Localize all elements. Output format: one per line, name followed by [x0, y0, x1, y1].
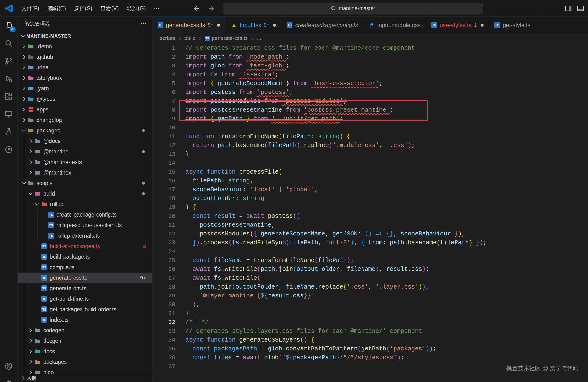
breadcrumb-build[interactable]: build	[184, 35, 195, 41]
tab-create-package-config-ts[interactable]: TScreate-package-config.ts	[281, 17, 363, 33]
code-line-2[interactable]: 2import path from 'node:path';	[152, 53, 588, 61]
line-number[interactable]: 1	[152, 44, 175, 53]
activity-search[interactable]	[0, 34, 18, 52]
code-line-7[interactable]: 7import postcssModules from 'postcss-mod…	[152, 97, 588, 106]
line-number[interactable]: 8	[152, 106, 175, 115]
breadcrumb-more[interactable]: ...	[257, 35, 261, 41]
line-number[interactable]: 6	[152, 88, 175, 97]
tree-item-index-ts[interactable]: TSindex.ts	[18, 315, 152, 325]
code-line-27[interactable]: 27 await fs.writeFile(	[152, 274, 588, 282]
line-number[interactable]: 35	[152, 344, 175, 353]
line-number[interactable]: 7	[152, 97, 175, 106]
code-line-21[interactable]: 21 postcssPresetMantine,	[152, 221, 588, 229]
code-line-32[interactable]: 32/* */	[152, 318, 588, 327]
line-number[interactable]: 10	[152, 123, 175, 132]
line-number[interactable]: 4	[152, 70, 175, 79]
code-line-15[interactable]: 15async function processFile(	[152, 168, 588, 176]
tree-item-mantine[interactable]: @mantine	[18, 146, 152, 157]
tab-input-tsx[interactable]: Input.tsx9+	[226, 17, 282, 33]
tree-item-generate-css-ts[interactable]: TSgenerate-css.ts9+	[18, 273, 152, 283]
line-number[interactable]: 24	[152, 247, 175, 256]
tab-get-style-ts[interactable]: TSget-style.ts	[489, 17, 536, 33]
tab-input-module-css[interactable]: #Input.module.css	[363, 17, 426, 33]
code-line-24[interactable]: 24	[152, 247, 588, 256]
tree-item-mantinex[interactable]: @mantinex	[18, 167, 152, 178]
line-number[interactable]: 37	[152, 362, 175, 371]
tree-item-scripts[interactable]: scripts	[18, 178, 152, 188]
code-line-34[interactable]: 34async function generateCSSLayers() {	[152, 336, 588, 344]
line-number[interactable]: 18	[152, 194, 175, 203]
tree-item-idea[interactable]: .idea	[18, 62, 152, 73]
line-number[interactable]: 20	[152, 212, 175, 221]
code-line-6[interactable]: 6import postcss from 'postcss';	[152, 88, 588, 97]
line-number[interactable]: 12	[152, 141, 175, 150]
code-line-30[interactable]: 30 );	[152, 300, 588, 309]
code-line-1[interactable]: 1// Generates separate css files for eac…	[152, 44, 588, 53]
menu-item-e[interactable]: 编辑(E)	[43, 3, 70, 14]
code-line-5[interactable]: 5import { generateScopedName } from 'has…	[152, 79, 588, 88]
line-number[interactable]: 2	[152, 53, 175, 61]
code-line-35[interactable]: 35 const packagesPath = glob.convertPath…	[152, 344, 588, 353]
code-line-17[interactable]: 17 scopeBehaviour: 'local' | 'global',	[152, 185, 588, 194]
line-number[interactable]: 28	[152, 282, 175, 291]
tree-item-get-build-time-ts[interactable]: TSget-build-time.ts	[18, 294, 152, 304]
line-number[interactable]: 15	[152, 168, 175, 176]
line-number[interactable]: 34	[152, 336, 175, 344]
forward-arrow-icon[interactable]	[208, 4, 215, 12]
tree-item-storybook[interactable]: .storybook	[18, 73, 152, 83]
code-line-25[interactable]: 25 const fileName = transformFileName(fi…	[152, 256, 588, 265]
code-line-20[interactable]: 20 const result = await postcss([	[152, 212, 588, 221]
line-number[interactable]: 23	[152, 238, 175, 247]
code-line-22[interactable]: 22 postcssModules({ generateScopedName, …	[152, 229, 588, 238]
menu-item-5[interactable]: ⋯	[150, 3, 164, 14]
dirty-indicator[interactable]	[217, 24, 220, 26]
activity-extensions[interactable]	[0, 87, 18, 105]
activity-testing[interactable]	[0, 123, 18, 141]
tab-generate-css-ts[interactable]: TSgenerate-css.ts9+	[152, 17, 226, 33]
activity-live-share[interactable]	[0, 141, 18, 158]
code-line-19[interactable]: 19) {	[152, 203, 588, 212]
tree-item-codegen[interactable]: codegen	[18, 325, 152, 336]
code-line-16[interactable]: 16 filePath: string,	[152, 176, 588, 185]
line-number[interactable]: 31	[152, 309, 175, 318]
code-line-8[interactable]: 8import postcssPresetMantine from 'postc…	[152, 106, 588, 115]
code-line-13[interactable]: 13}	[152, 150, 588, 159]
code-line-33[interactable]: 33// Generates styles.layers.css files f…	[152, 327, 588, 336]
activity-run-debug[interactable]	[0, 70, 18, 87]
dirty-indicator[interactable]	[481, 24, 483, 26]
tree-item-types[interactable]: @types	[18, 94, 152, 104]
tree-item-rollup-externals-ts[interactable]: TSrollup-externals.ts	[18, 230, 152, 241]
line-number[interactable]: 21	[152, 221, 175, 229]
code-line-26[interactable]: 26 await fs.writeFile(path.join(outputFo…	[152, 265, 588, 274]
outline-section[interactable]: 大纲	[18, 374, 152, 382]
tree-item-build[interactable]: build	[18, 188, 152, 199]
tree-item-docs[interactable]: docs	[18, 346, 152, 357]
tree-item-demo[interactable]: .demo	[18, 41, 152, 52]
line-number[interactable]: 25	[152, 256, 175, 265]
line-number[interactable]: 19	[152, 203, 175, 212]
code-editor[interactable]: 1// Generates separate css files for eac…	[152, 43, 588, 382]
line-number[interactable]: 29	[152, 291, 175, 300]
back-arrow-icon[interactable]	[193, 4, 200, 12]
line-number[interactable]: 9	[152, 115, 175, 123]
tree-item-mantine-tests[interactable]: @mantine-tests	[18, 157, 152, 167]
tree-item-build-package-ts[interactable]: TSbuild-package.ts	[18, 251, 152, 262]
line-number[interactable]: 17	[152, 185, 175, 194]
tree-item-github[interactable]: .github	[18, 52, 152, 62]
line-number[interactable]: 27	[152, 274, 175, 282]
activity-source-control[interactable]	[0, 52, 18, 70]
line-number[interactable]: 13	[152, 150, 175, 159]
line-number[interactable]: 14	[152, 159, 175, 168]
line-number[interactable]: 16	[152, 176, 175, 185]
activity-explorer[interactable]: 4	[0, 17, 18, 34]
line-number[interactable]: 22	[152, 229, 175, 238]
code-line-23[interactable]: 23 ]).process(fs.readFileSync(filePath, …	[152, 238, 588, 247]
code-line-36[interactable]: 36 const files = await glob(`${packagesP…	[152, 353, 588, 362]
tree-item-generate-dts-ts[interactable]: TSgenerate-dts.ts	[18, 283, 152, 294]
line-number[interactable]: 32	[152, 318, 175, 327]
tree-item-build-all-packages-ts[interactable]: TSbuild-all-packages.ts3	[18, 241, 152, 251]
code-line-14[interactable]: 14	[152, 159, 588, 168]
line-number[interactable]: 30	[152, 300, 175, 309]
menu-item-g[interactable]: 转到(G)	[123, 3, 150, 14]
more-actions-icon[interactable]: ⋯	[140, 21, 147, 26]
